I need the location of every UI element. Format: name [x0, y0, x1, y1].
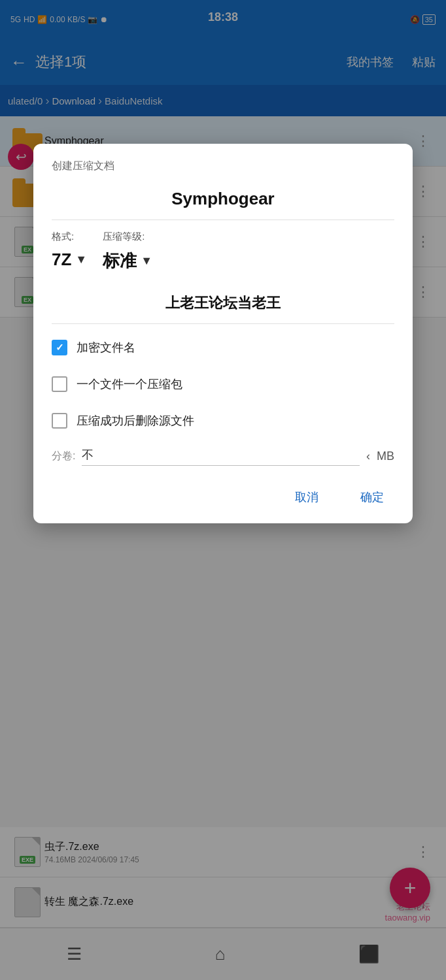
encrypt-filename-label: 加密文件名 [77, 340, 135, 355]
level-value: 标准 [103, 250, 137, 272]
checkbox-row-3: 压缩成功后删除源文件 [52, 410, 394, 431]
dialog-filename[interactable]: Symphogear [52, 184, 394, 220]
level-dropdown-icon: ▼ [141, 254, 152, 268]
confirm-button[interactable]: 确定 [350, 484, 394, 510]
format-dropdown-icon: ▼ [75, 253, 87, 267]
delete-source-checkbox[interactable] [52, 413, 67, 429]
split-unit: MB [377, 449, 394, 463]
dialog-actions: 取消 确定 [52, 484, 394, 510]
encrypt-filename-checkbox[interactable] [52, 340, 67, 355]
format-select[interactable]: 7Z ▼ [52, 247, 87, 272]
create-archive-dialog: 创建压缩文档 Symphogear 格式: 7Z ▼ 压缩等级: 标准 ▼ 上老… [33, 144, 413, 523]
one-file-per-archive-checkbox[interactable] [52, 376, 67, 392]
delete-source-label: 压缩成功后删除源文件 [77, 413, 194, 429]
checkbox-row-1: 加密文件名 [52, 337, 394, 358]
split-arrow-icon[interactable]: ‹ [366, 449, 370, 463]
dialog-overlay: 创建压缩文档 Symphogear 格式: 7Z ▼ 压缩等级: 标准 ▼ 上老… [0, 0, 446, 980]
split-row: 分卷: 不 ‹ MB [52, 447, 394, 468]
cancel-button[interactable]: 取消 [284, 484, 329, 510]
format-row: 格式: 7Z ▼ 压缩等级: 标准 ▼ [52, 231, 394, 275]
level-label: 压缩等级: [103, 231, 152, 243]
format-group: 格式: 7Z ▼ [52, 231, 87, 272]
split-label: 分卷: [52, 449, 75, 463]
split-value-input[interactable]: 不 [82, 447, 360, 466]
password-field[interactable]: 上老王论坛当老王 [52, 288, 394, 324]
level-select[interactable]: 标准 ▼ [103, 247, 152, 275]
one-file-per-archive-label: 一个文件一个压缩包 [77, 376, 182, 392]
checkbox-row-2: 一个文件一个压缩包 [52, 374, 394, 395]
format-label: 格式: [52, 231, 87, 243]
level-group: 压缩等级: 标准 ▼ [103, 231, 152, 275]
dialog-title: 创建压缩文档 [52, 159, 394, 173]
format-value: 7Z [52, 250, 71, 270]
